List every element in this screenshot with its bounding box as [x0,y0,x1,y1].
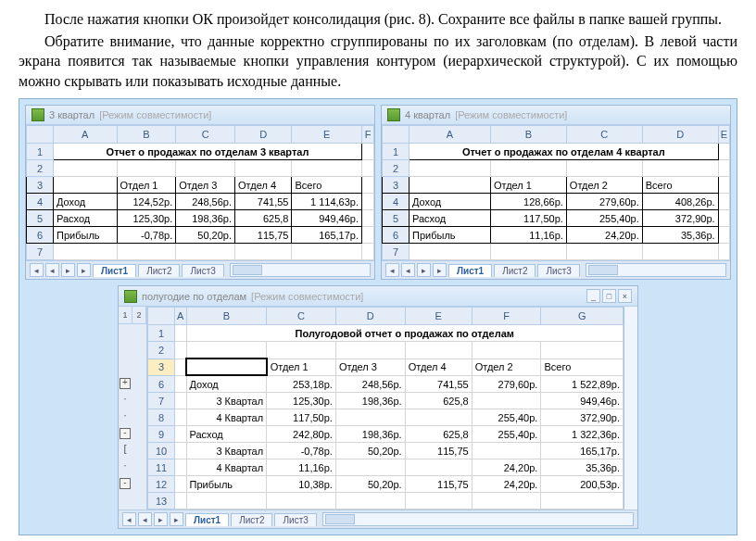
cell[interactable] [405,409,472,426]
col-header[interactable]: C [566,126,642,144]
cell[interactable]: 24,20p. [566,227,642,244]
row-header[interactable]: 3 [383,177,410,194]
col-header[interactable]: F [472,308,541,325]
cell[interactable]: 35,36p. [642,227,718,244]
close-button[interactable]: × [618,289,632,303]
cell[interactable]: 128,66p. [490,194,566,210]
cell[interactable]: 50,20p. [335,443,405,459]
cell[interactable]: Отдел 2 [566,177,642,194]
cell[interactable]: 35,36p. [541,459,624,476]
sheet-half-year[interactable]: A B C D E F G 1Полугодовой отчет о прода… [147,307,624,510]
cell[interactable]: Расход [410,210,491,227]
sheet-q4[interactable]: A B C D E 1Отчет о продажах по отделам 4… [382,125,730,260]
row-header[interactable]: 2 [383,160,410,177]
sheet-tab-2[interactable]: Лист2 [138,264,180,277]
cell[interactable]: Отдел 1 [490,177,566,194]
cell[interactable]: 115,75 [405,476,472,493]
titlebar-q3[interactable]: 3 квартал [Режим совместимости] [26,106,374,125]
cell[interactable]: 115,75 [235,227,292,244]
row-header[interactable]: 9 [148,426,175,443]
cell[interactable]: Отдел 3 [335,359,405,375]
cell[interactable]: Отдел 4 [405,359,472,375]
max-button[interactable]: □ [602,289,616,303]
cell[interactable]: 741,55 [405,375,472,393]
cell[interactable]: Расход [186,426,267,443]
cell[interactable]: Доход [54,194,118,210]
cell[interactable]: 625,8 [235,210,292,227]
sheet-tab-1[interactable]: Лист1 [93,264,136,277]
cell[interactable] [405,459,472,476]
cell[interactable]: 200,53p. [541,476,624,493]
cell[interactable]: 372,90p. [642,210,718,227]
h-scrollbar[interactable] [586,263,726,277]
row-header[interactable]: 3 [27,177,54,194]
cell[interactable]: 4 Квартал [186,459,267,476]
col-header[interactable]: D [235,126,292,144]
sheet-tab-1[interactable]: Лист1 [185,513,229,526]
col-header[interactable]: D [642,126,718,144]
cell[interactable]: Прибыль [410,227,491,244]
row-header[interactable]: 7 [383,244,410,260]
tab-nav-last[interactable]: ▸ [170,512,183,526]
min-button[interactable]: _ [586,289,600,303]
col-header[interactable]: E [292,126,362,144]
cell[interactable]: 255,40p. [472,409,541,426]
outline-collapse-icon[interactable]: - [120,478,131,489]
sheet-tab-3[interactable]: Лист3 [274,513,316,526]
tab-nav-prev[interactable]: ◂ [45,263,59,277]
cell[interactable]: 124,52p. [117,194,176,210]
cell[interactable]: 50,20p. [335,476,405,493]
tab-nav-prev[interactable]: ◂ [138,512,152,526]
cell[interactable]: 248,56p. [176,194,235,210]
cell[interactable]: 198,36p. [176,210,235,227]
cell[interactable]: 10,38p. [267,476,336,493]
cell[interactable]: -0,78p. [117,227,176,244]
col-header[interactable]: C [267,308,336,325]
outline-level-1[interactable]: 1 [119,307,132,323]
row-header[interactable]: 5 [27,210,54,227]
cell[interactable]: 741,55 [235,194,292,210]
col-header[interactable]: B [186,308,267,325]
cell[interactable]: Отдел 3 [176,177,235,194]
cell[interactable]: 24,20p. [472,476,541,493]
tab-nav-prev[interactable]: ◂ [401,263,415,277]
cell[interactable]: 279,60p. [472,375,541,393]
cell[interactable]: 11,16p. [267,459,336,476]
cell[interactable]: 253,18p. [267,375,336,393]
cell[interactable]: 198,36p. [335,393,405,409]
cell[interactable]: Прибыль [186,476,267,493]
row-header[interactable]: 8 [148,409,175,426]
tab-nav-first[interactable]: ◂ [30,263,44,277]
titlebar-q4[interactable]: 4 квартал [Режим совместимости] [382,106,730,125]
cell[interactable]: 255,40p. [566,210,642,227]
cell[interactable]: 372,90p. [541,409,624,426]
col-header[interactable]: C [176,126,235,144]
cell[interactable]: 165,17p. [541,443,624,459]
cell[interactable]: 165,17p. [292,227,362,244]
tab-nav-first[interactable]: ◂ [122,512,136,526]
cell[interactable]: Прибыль [54,227,118,244]
cell[interactable]: 279,60p. [566,194,642,210]
cell[interactable]: 50,20p. [176,227,235,244]
outline-expand-icon[interactable]: + [120,378,131,389]
cell[interactable]: Всего [541,359,624,375]
cell[interactable]: 1 114,63p. [292,194,362,210]
cell[interactable]: 4 Квартал [186,409,267,426]
h-scrollbar[interactable] [322,512,634,526]
cell[interactable]: 625,8 [405,426,472,443]
sheet-tab-1[interactable]: Лист1 [448,264,492,277]
row-header[interactable]: 3 [148,359,175,375]
h-scrollbar[interactable] [230,263,371,277]
tab-nav-first[interactable]: ◂ [385,263,399,277]
row-header[interactable]: 2 [148,342,175,359]
col-header[interactable]: B [117,126,176,144]
row-header[interactable]: 1 [148,325,175,342]
col-header[interactable]: E [718,126,729,144]
cell[interactable]: -0,78p. [267,443,336,459]
titlebar-half-year[interactable]: полугодие по отделам [Режим совместимост… [119,286,637,307]
cell[interactable] [472,443,541,459]
outline-level-2[interactable]: 2 [132,307,146,323]
cell[interactable]: Отдел 1 [117,177,176,194]
row-header[interactable]: 1 [27,144,54,160]
sheet-tab-3[interactable]: Лист3 [182,264,223,277]
